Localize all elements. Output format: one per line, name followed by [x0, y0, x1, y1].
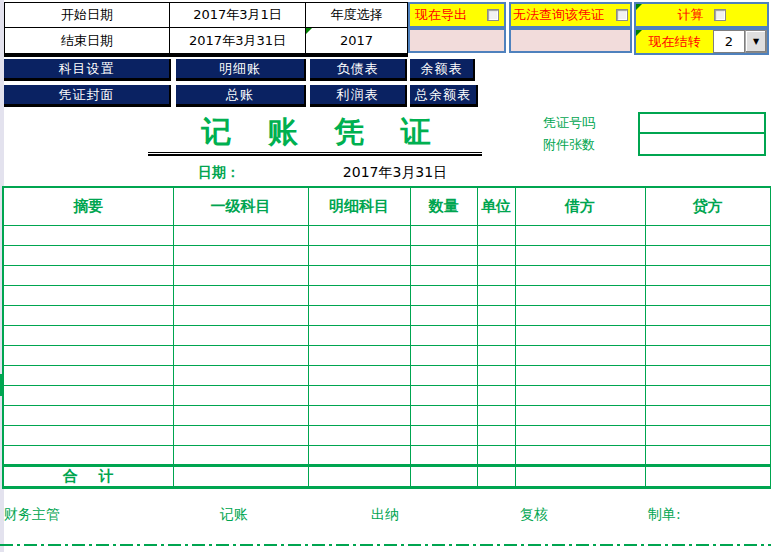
table-cell[interactable] — [3, 425, 173, 445]
table-cell[interactable] — [515, 365, 645, 385]
total-cell[interactable] — [410, 465, 477, 487]
table-cell[interactable] — [308, 405, 410, 425]
table-cell[interactable] — [3, 305, 173, 325]
table-cell[interactable] — [645, 345, 771, 365]
voucher-date-value[interactable]: 2017年3月31日 — [320, 164, 470, 182]
table-cell[interactable] — [410, 325, 477, 345]
table-cell[interactable] — [645, 265, 771, 285]
table-cell[interactable] — [410, 445, 477, 465]
table-cell[interactable] — [308, 445, 410, 465]
table-cell[interactable] — [410, 365, 477, 385]
table-cell[interactable] — [3, 345, 173, 365]
table-cell[interactable] — [477, 365, 515, 385]
table-cell[interactable] — [173, 245, 308, 265]
carry-forward-select[interactable]: ▼ — [745, 30, 767, 53]
table-cell[interactable] — [515, 385, 645, 405]
year-value-cell[interactable]: 2017 — [305, 27, 408, 54]
table-cell[interactable] — [515, 445, 645, 465]
table-cell[interactable] — [410, 225, 477, 245]
nav-button-liability-sheet[interactable]: 负债表 — [310, 59, 407, 81]
table-cell[interactable] — [3, 225, 173, 245]
table-cell[interactable] — [3, 445, 173, 465]
total-cell[interactable] — [173, 465, 308, 487]
nav-button-detail-ledger[interactable]: 明细账 — [176, 59, 306, 81]
total-debit-cell[interactable] — [515, 465, 645, 487]
attachment-count-field[interactable] — [640, 134, 764, 154]
table-cell[interactable] — [515, 285, 645, 305]
table-cell[interactable] — [477, 425, 515, 445]
table-cell[interactable] — [410, 285, 477, 305]
table-cell[interactable] — [173, 445, 308, 465]
table-cell[interactable] — [515, 325, 645, 345]
nav-button-general-ledger[interactable]: 总账 — [176, 85, 306, 107]
table-cell[interactable] — [645, 285, 771, 305]
export-now-checkbox[interactable] — [487, 9, 499, 21]
table-cell[interactable] — [477, 285, 515, 305]
table-cell[interactable] — [3, 325, 173, 345]
table-cell[interactable] — [477, 445, 515, 465]
table-cell[interactable] — [3, 385, 173, 405]
cannot-query-checkbox[interactable] — [616, 9, 628, 21]
pink-input-cell-1[interactable] — [408, 28, 506, 53]
table-cell[interactable] — [3, 365, 173, 385]
table-cell[interactable] — [308, 245, 410, 265]
table-cell[interactable] — [173, 365, 308, 385]
table-cell[interactable] — [515, 345, 645, 365]
voucher-no-field[interactable] — [640, 114, 764, 134]
nav-button-subject-setup[interactable]: 科目设置 — [4, 59, 171, 81]
pink-input-cell-2[interactable] — [509, 28, 632, 53]
table-cell[interactable] — [308, 325, 410, 345]
table-cell[interactable] — [410, 385, 477, 405]
table-cell[interactable] — [645, 445, 771, 465]
table-cell[interactable] — [410, 425, 477, 445]
table-cell[interactable] — [173, 265, 308, 285]
table-cell[interactable] — [308, 365, 410, 385]
table-cell[interactable] — [173, 285, 308, 305]
table-cell[interactable] — [173, 405, 308, 425]
table-cell[interactable] — [308, 425, 410, 445]
table-cell[interactable] — [645, 305, 771, 325]
table-cell[interactable] — [477, 225, 515, 245]
table-cell[interactable] — [410, 245, 477, 265]
table-cell[interactable] — [477, 325, 515, 345]
table-cell[interactable] — [477, 245, 515, 265]
table-cell[interactable] — [515, 405, 645, 425]
table-cell[interactable] — [308, 285, 410, 305]
total-cell[interactable] — [308, 465, 410, 487]
table-cell[interactable] — [477, 385, 515, 405]
carry-forward-value[interactable]: 2 — [713, 30, 745, 53]
table-cell[interactable] — [3, 265, 173, 285]
table-cell[interactable] — [308, 225, 410, 245]
table-cell[interactable] — [515, 425, 645, 445]
table-cell[interactable] — [645, 425, 771, 445]
nav-button-balance-sheet[interactable]: 余额表 — [410, 59, 475, 81]
table-cell[interactable] — [173, 345, 308, 365]
table-cell[interactable] — [515, 225, 645, 245]
table-cell[interactable] — [410, 405, 477, 425]
table-cell[interactable] — [173, 385, 308, 405]
nav-button-profit-sheet[interactable]: 利润表 — [310, 85, 407, 107]
table-cell[interactable] — [477, 405, 515, 425]
total-cell[interactable] — [477, 465, 515, 487]
calculate-checkbox[interactable] — [714, 9, 726, 21]
table-cell[interactable] — [645, 365, 771, 385]
table-cell[interactable] — [3, 285, 173, 305]
table-cell[interactable] — [645, 225, 771, 245]
table-cell[interactable] — [410, 265, 477, 285]
table-cell[interactable] — [645, 325, 771, 345]
table-cell[interactable] — [645, 385, 771, 405]
table-cell[interactable] — [477, 265, 515, 285]
table-cell[interactable] — [173, 325, 308, 345]
table-cell[interactable] — [477, 345, 515, 365]
table-cell[interactable] — [3, 405, 173, 425]
nav-button-voucher-cover[interactable]: 凭证封面 — [4, 85, 171, 107]
table-cell[interactable] — [308, 265, 410, 285]
end-date-value-cell[interactable]: 2017年3月31日 — [169, 27, 306, 54]
table-cell[interactable] — [308, 305, 410, 325]
table-cell[interactable] — [3, 245, 173, 265]
table-cell[interactable] — [515, 245, 645, 265]
table-cell[interactable] — [308, 385, 410, 405]
table-cell[interactable] — [477, 305, 515, 325]
table-cell[interactable] — [410, 305, 477, 325]
table-cell[interactable] — [410, 345, 477, 365]
